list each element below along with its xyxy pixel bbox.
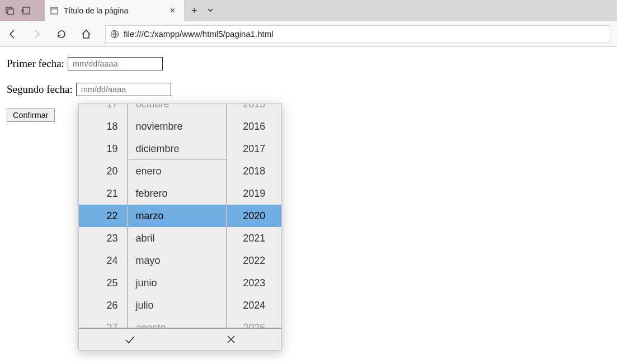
browser-titlebar: Título de la página × + [0,0,617,21]
address-bar[interactable]: file:///C:/xampp/www/html5/pagina1.html [105,25,610,43]
day-column[interactable]: 1718192021222324252627 [79,104,128,328]
day-option[interactable]: 21 [79,182,127,205]
svg-rect-3 [51,7,58,14]
picker-accept-button[interactable] [79,329,180,350]
confirm-button[interactable]: Confirmar [7,108,55,122]
picker-columns: 1718192021222324252627 octubrenoviembred… [79,104,281,328]
year-option[interactable]: 2016 [227,115,281,138]
month-option[interactable]: noviembre [128,115,226,138]
month-option[interactable]: mayo [128,249,226,272]
day-option[interactable]: 26 [79,294,127,316]
home-button[interactable] [81,29,92,40]
globe-icon [110,30,119,39]
day-option[interactable]: 23 [79,227,127,249]
tab-close-button[interactable]: × [168,4,177,17]
year-option[interactable]: 2015 [227,104,281,115]
second-date-row: Segundo fecha: [7,83,610,96]
picker-actions [79,328,281,350]
day-option[interactable]: 20 [79,160,127,182]
year-option[interactable]: 2018 [227,160,281,182]
year-option[interactable]: 2017 [227,138,281,160]
tab-dropdown-button[interactable] [206,5,214,17]
month-option[interactable]: enero [128,160,226,182]
year-option[interactable]: 2019 [227,182,281,205]
month-option[interactable]: diciembre [128,138,226,160]
refresh-button[interactable] [56,29,67,40]
year-option[interactable]: 2025 [227,316,281,328]
day-option[interactable]: 24 [79,249,127,272]
page-icon [50,7,58,15]
month-option[interactable]: octubre [128,104,226,115]
new-tab-button[interactable]: + [191,5,197,17]
year-option[interactable]: 2023 [227,272,281,294]
second-date-input[interactable] [76,83,171,96]
year-option[interactable]: 2021 [227,227,281,249]
tabs-aside-icon[interactable] [6,6,15,15]
year-option[interactable]: 2022 [227,249,281,272]
month-option[interactable]: agosto [128,316,226,328]
first-date-label: Primer fecha: [7,58,64,70]
month-option[interactable]: julio [128,294,226,316]
first-date-input[interactable] [68,57,163,70]
month-column[interactable]: octubrenoviembrediciembreenerofebreromar… [128,104,227,328]
titlebar-left [0,0,45,21]
year-option[interactable]: 2020 [227,205,281,227]
day-option[interactable]: 25 [79,272,127,294]
browser-toolbar: file:///C:/xampp/www/html5/pagina1.html [0,21,617,47]
browser-tab[interactable]: Título de la página × [45,0,185,21]
day-option[interactable]: 17 [79,104,127,115]
month-option[interactable]: abril [128,227,226,249]
month-option[interactable]: febrero [128,182,226,205]
url-text: file:///C:/xampp/www/html5/pagina1.html [124,29,274,39]
year-option[interactable]: 2024 [227,294,281,316]
set-tabs-aside-icon[interactable] [21,6,30,15]
day-option[interactable]: 27 [79,316,127,328]
forward-button[interactable] [31,29,43,40]
month-option[interactable]: junio [128,272,226,294]
page-content: Primer fecha: Segundo fecha: Confirmar 1… [0,47,617,129]
picker-cancel-button[interactable] [180,329,281,350]
day-option[interactable]: 18 [79,115,127,138]
back-button[interactable] [7,29,18,40]
day-option[interactable]: 22 [79,205,127,227]
first-date-row: Primer fecha: [7,57,610,70]
day-option[interactable]: 19 [79,138,127,160]
month-option[interactable]: marzo [128,205,226,227]
tab-title: Título de la página [64,6,162,15]
date-picker: 1718192021222324252627 octubrenoviembred… [78,103,282,351]
second-date-label: Segundo fecha: [7,83,73,96]
year-column[interactable]: 2015201620172018201920202021202220232024… [227,104,281,328]
svg-rect-1 [8,9,13,15]
titlebar-right: + [185,0,214,21]
